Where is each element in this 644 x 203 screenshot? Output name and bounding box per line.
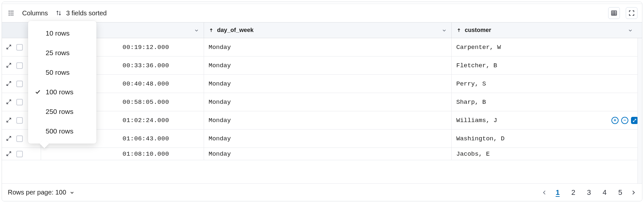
grid-header-row: day_of_week customer <box>2 23 642 38</box>
rows-option[interactable]: 50 rows <box>28 63 96 82</box>
row-select-checkbox[interactable] <box>16 135 23 142</box>
row-select-checkbox[interactable] <box>16 117 23 124</box>
row-select-checkbox[interactable] <box>16 44 23 51</box>
page-number[interactable]: 3 <box>585 188 593 197</box>
cell-day-of-week[interactable]: Monday <box>204 56 452 74</box>
expand-cell-icon[interactable] <box>631 117 638 124</box>
expand-row-icon[interactable] <box>6 62 12 69</box>
header-day-label: day_of_week <box>217 27 254 34</box>
grid-toolbar: Columns 3 fields sorted <box>2 4 642 22</box>
cell-customer[interactable]: Perry, S <box>452 75 642 93</box>
cell-customer[interactable]: Carpenter, W <box>452 38 642 56</box>
row-select-checkbox[interactable] <box>16 99 23 105</box>
grid-table: day_of_week customer 00:19:12.000MondayC… <box>2 22 642 183</box>
chevron-down-icon[interactable] <box>442 28 447 33</box>
rows-option-label: 100 rows <box>46 88 73 96</box>
table-row: 00:40:48.000MondayPerry, S <box>2 75 642 93</box>
row-select-checkbox[interactable] <box>16 62 23 69</box>
prev-page-button[interactable] <box>542 190 548 195</box>
table-row: 00:58:05.000MondaySharp, B <box>2 93 642 111</box>
toolbar-left: Columns 3 fields sorted <box>7 8 107 18</box>
rows-option[interactable]: 500 rows <box>28 121 96 141</box>
page-number[interactable]: 2 <box>570 188 577 197</box>
pagination: 12345 <box>542 188 636 197</box>
next-page-button[interactable] <box>630 190 636 195</box>
columns-icon[interactable] <box>7 8 16 18</box>
rows-per-page-label: Rows per page: 100 <box>8 189 66 196</box>
popover-items: 10 rows25 rows50 rows100 rows250 rows500… <box>28 23 96 141</box>
check-icon <box>34 89 42 95</box>
chevron-down-icon[interactable] <box>628 28 633 33</box>
expand-row-icon[interactable] <box>6 44 12 51</box>
rows-option[interactable]: 10 rows <box>28 23 96 43</box>
data-grid-panel: Columns 3 fields sorted <box>2 2 642 201</box>
page-number[interactable]: 1 <box>554 188 561 197</box>
cell-time[interactable]: 01:08:10.000 <box>41 148 204 160</box>
rows-option[interactable]: 25 rows <box>28 43 96 63</box>
cell-customer[interactable]: Sharp, B <box>452 93 642 111</box>
sort-icon <box>54 8 64 18</box>
table-row: 01:06:43.000MondayWashington, D <box>2 130 642 148</box>
cell-customer[interactable]: Jacobs, E <box>452 148 642 160</box>
sort-asc-icon <box>209 28 214 33</box>
density-icon[interactable] <box>608 7 620 19</box>
grid-footer: Rows per page: 100 12345 <box>2 183 642 201</box>
page-number[interactable]: 5 <box>617 188 624 197</box>
table-row: 01:02:24.000MondayWilliams, J+− <box>2 111 642 130</box>
sort-button[interactable]: 3 fields sorted <box>54 8 107 18</box>
chevron-down-icon <box>69 190 75 195</box>
row-select-checkbox[interactable] <box>16 81 23 87</box>
cell-day-of-week[interactable]: Monday <box>204 111 452 129</box>
grid-body: 00:19:12.000MondayCarpenter, W00:33:36.0… <box>2 38 642 160</box>
table-row: 01:08:10.000MondayJacobs, E <box>2 148 642 160</box>
expand-row-icon[interactable] <box>6 117 12 124</box>
cell-day-of-week[interactable]: Monday <box>204 93 452 111</box>
table-row: 00:19:12.000MondayCarpenter, W <box>2 38 642 56</box>
cell-day-of-week[interactable]: Monday <box>204 38 452 56</box>
expand-row-icon[interactable] <box>6 135 12 142</box>
rows-per-page-selector[interactable]: Rows per page: 100 <box>8 189 75 196</box>
page-number[interactable]: 4 <box>601 188 608 197</box>
header-customer-label: customer <box>465 27 491 34</box>
cell-customer[interactable]: Washington, D <box>452 130 642 148</box>
svg-point-7 <box>9 13 9 13</box>
rows-option-label: 25 rows <box>46 49 70 57</box>
filter-out-icon[interactable]: − <box>621 117 628 124</box>
rows-option[interactable]: 100 rows <box>28 82 96 102</box>
svg-point-6 <box>9 11 9 11</box>
row-select-checkbox[interactable] <box>16 151 23 157</box>
rows-option-label: 50 rows <box>46 69 70 76</box>
cell-day-of-week[interactable]: Monday <box>204 148 452 160</box>
rows-option-label: 250 rows <box>46 108 73 116</box>
row-actions-cell <box>2 148 41 160</box>
expand-row-icon[interactable] <box>6 81 12 87</box>
toolbar-right <box>608 7 637 19</box>
table-row: 00:33:36.000MondayFletcher, B <box>2 56 642 75</box>
header-day-col[interactable]: day_of_week <box>204 23 452 38</box>
cell-customer[interactable]: Fletcher, B <box>452 56 642 74</box>
header-customer-col[interactable]: customer <box>452 23 642 38</box>
columns-button-label[interactable]: Columns <box>22 9 48 17</box>
cell-hover-actions: +− <box>611 117 638 124</box>
rows-option[interactable]: 250 rows <box>28 102 96 121</box>
expand-row-icon[interactable] <box>6 99 12 105</box>
rows-option-label: 10 rows <box>46 29 70 37</box>
vertical-scrollbar[interactable] <box>637 38 642 183</box>
cell-day-of-week[interactable]: Monday <box>204 130 452 148</box>
rows-per-page-popover: 10 rows25 rows50 rows100 rows250 rows500… <box>28 21 96 144</box>
sort-button-label: 3 fields sorted <box>66 9 107 17</box>
sort-asc-icon <box>456 28 461 33</box>
cell-day-of-week[interactable]: Monday <box>204 75 452 93</box>
chevron-down-icon[interactable] <box>194 28 199 33</box>
svg-point-8 <box>9 15 9 15</box>
expand-row-icon[interactable] <box>6 151 12 157</box>
page-numbers: 12345 <box>554 188 624 197</box>
cell-customer[interactable]: Williams, J+− <box>452 111 642 129</box>
rows-option-label: 500 rows <box>46 127 73 135</box>
fullscreen-icon[interactable] <box>626 7 637 19</box>
filter-in-icon[interactable]: + <box>611 117 619 124</box>
